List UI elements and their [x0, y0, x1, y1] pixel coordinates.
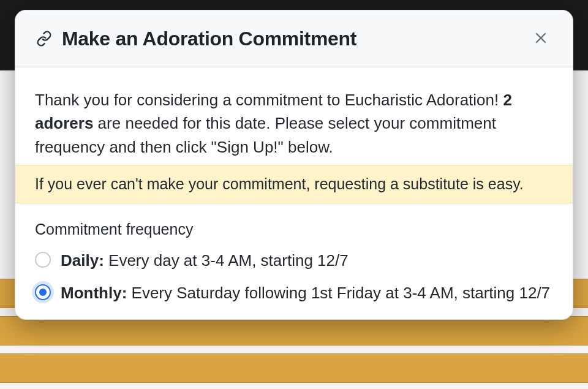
commitment-modal: Make an Adoration Commitment Thank you f… — [15, 10, 573, 320]
modal-header: Make an Adoration Commitment — [15, 10, 573, 67]
frequency-option-label: Monthly: Every Saturday following 1st Fr… — [61, 282, 550, 304]
close-icon — [533, 31, 548, 47]
modal-title: Make an Adoration Commitment — [62, 28, 356, 50]
radio-monthly[interactable] — [35, 284, 51, 300]
close-button[interactable] — [529, 26, 553, 51]
link-icon — [35, 29, 53, 48]
frequency-label: Commitment frequency — [35, 221, 553, 238]
frequency-option-label: Daily: Every day at 3-4 AM, starting 12/… — [61, 249, 349, 272]
substitute-banner: If you ever can't make your commitment, … — [15, 165, 573, 203]
intro-text: Thank you for considering a commitment t… — [35, 88, 553, 159]
radio-daily[interactable] — [35, 252, 51, 268]
frequency-section: Commitment frequency Daily: Every day at… — [15, 203, 573, 319]
modal-intro-section: Thank you for considering a commitment t… — [15, 67, 573, 165]
frequency-option-daily[interactable]: Daily: Every day at 3-4 AM, starting 12/… — [35, 249, 553, 272]
frequency-option-monthly[interactable]: Monthly: Every Saturday following 1st Fr… — [35, 282, 553, 304]
